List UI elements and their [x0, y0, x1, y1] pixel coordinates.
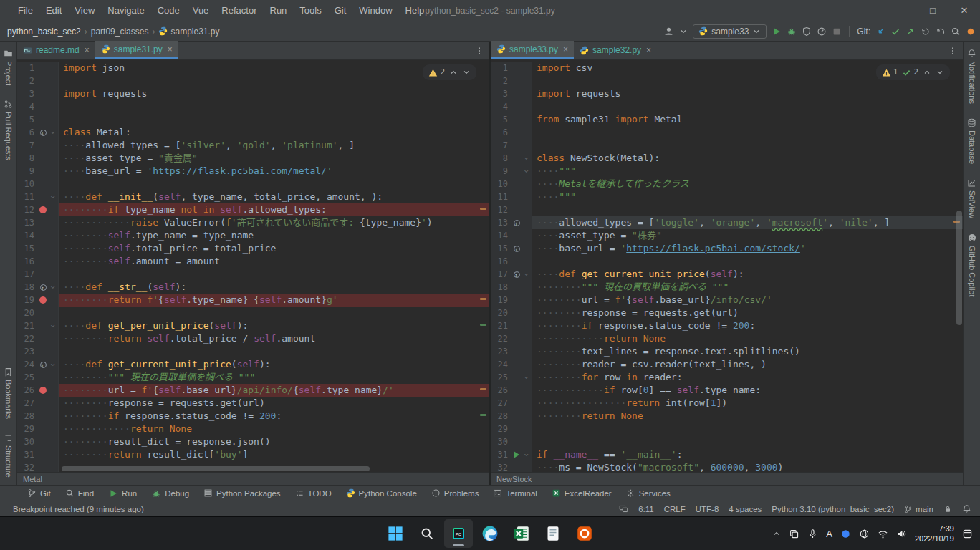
code-line[interactable]: 17›····def get_current_unit_price(self): — [491, 268, 963, 281]
editor-gutter[interactable]: 2 — [491, 74, 532, 87]
line-number[interactable]: 16 — [491, 255, 511, 268]
editor-gutter[interactable]: 32 — [491, 461, 532, 472]
code-line[interactable]: 8›class NewStock(Metal): — [491, 152, 963, 165]
code-text[interactable]: ········if response.status_code != 200: — [59, 410, 489, 423]
editor-gutter[interactable]: 18› — [17, 281, 59, 294]
line-number[interactable]: 27 — [491, 397, 511, 410]
code-line[interactable]: 13············raise ValueError(f'許可されていな… — [17, 216, 489, 229]
status-item-6-11[interactable]: 6:11 — [638, 505, 654, 513]
toolwindow-structure[interactable]: Structure — [4, 426, 13, 485]
tray-ime-indicator[interactable]: A — [826, 529, 832, 539]
code-line[interactable]: 24········reader = csv.reader(text_lines… — [491, 358, 963, 371]
inspection-widget[interactable]: 2 — [423, 64, 476, 80]
code-line[interactable]: 12 — [491, 203, 963, 216]
fold-arrow-icon[interactable]: › — [47, 194, 59, 199]
code-line[interactable]: 22············return None — [491, 332, 963, 345]
code-text[interactable]: ········url = f'{self.base_url}/info/csv… — [532, 294, 963, 307]
code-text[interactable]: ········""" 現在の買取単価を調べる """ — [59, 371, 489, 384]
coverage-button[interactable] — [802, 26, 812, 37]
status-item-utf-8[interactable]: UTF-8 — [696, 505, 719, 513]
code-text[interactable]: ····def get_current_unit_price(self): — [532, 268, 963, 281]
code-text[interactable] — [59, 307, 489, 319]
search-everywhere-button[interactable] — [951, 26, 961, 37]
toolwindow-button-services[interactable]: Services — [620, 488, 676, 498]
editor-gutter[interactable]: 31 — [17, 448, 59, 461]
code-text[interactable]: ····""" — [532, 190, 963, 203]
code-line[interactable]: 12········if type_name not in self.allow… — [17, 203, 489, 216]
code-text[interactable]: ········result_dict = response.json() — [59, 435, 489, 448]
fold-arrow-icon[interactable]: › — [47, 362, 59, 367]
code-line[interactable]: 2 — [17, 74, 489, 87]
line-number[interactable]: 2 — [17, 74, 37, 87]
code-line[interactable]: 9····base_url = 'https://flask.pc5bai.co… — [17, 165, 489, 178]
line-number[interactable]: 24 — [491, 358, 511, 371]
code-line[interactable]: 26············if row[0] == self.type_nam… — [491, 384, 963, 397]
code-line[interactable]: 10····Metalを継承して作ったクラス — [491, 178, 963, 190]
breakpoint-icon[interactable] — [37, 296, 49, 304]
tab-options-kebab-icon[interactable] — [943, 42, 963, 59]
git-commit-button[interactable] — [890, 26, 900, 37]
code-line[interactable]: 22········return self.total_price / self… — [17, 332, 489, 345]
editor-gutter[interactable]: 1 — [17, 62, 59, 74]
menu-file[interactable]: File — [11, 2, 39, 19]
toolwindow-button-python-packages[interactable]: Python Packages — [198, 488, 287, 498]
line-number[interactable]: 12 — [491, 203, 511, 216]
editor-gutter[interactable]: 26 — [17, 384, 59, 397]
code-text[interactable]: ········text_lines = response.text.split… — [532, 345, 963, 358]
editor-gutter[interactable]: 10 — [491, 178, 532, 190]
code-text[interactable]: ············raise ValueError(f'許可されていない商… — [59, 216, 489, 229]
line-number[interactable]: 23 — [491, 345, 511, 358]
line-number[interactable]: 3 — [491, 87, 511, 100]
line-number[interactable]: 4 — [491, 100, 511, 113]
line-number[interactable]: 26 — [491, 384, 511, 397]
fold-arrow-icon[interactable]: › — [47, 284, 59, 289]
toolwindow-database[interactable]: Database — [967, 111, 976, 171]
code-line[interactable]: 3import requests — [17, 87, 489, 100]
code-line[interactable]: 29 — [491, 423, 963, 435]
toolwindow-button-run[interactable]: Run — [102, 488, 143, 499]
code-line[interactable]: 30········result_dict = response.json() — [17, 435, 489, 448]
code-text[interactable]: ····base_url = 'https://flask.pc5bai.com… — [532, 242, 963, 255]
editor-gutter[interactable]: 17 — [17, 268, 59, 281]
code-text[interactable]: class Metal: — [59, 126, 489, 139]
editor-gutter[interactable]: 7 — [491, 139, 532, 152]
menu-refactor[interactable]: Refactor — [215, 2, 263, 19]
line-number[interactable]: 10 — [491, 178, 511, 190]
editor-gutter[interactable]: 21 — [491, 319, 532, 332]
fold-arrow-icon[interactable]: › — [520, 168, 533, 173]
code-line[interactable]: 20 — [17, 307, 489, 319]
line-number[interactable]: 17 — [491, 268, 511, 281]
code-line[interactable]: 23 — [17, 345, 489, 358]
status-item[interactable] — [962, 504, 971, 513]
line-number[interactable]: 1 — [17, 62, 37, 74]
code-text[interactable]: ············return None — [59, 423, 489, 435]
code-text[interactable] — [532, 255, 963, 268]
fold-region[interactable]: › — [522, 268, 531, 281]
code-text[interactable]: ········self.type_name = type_name — [59, 229, 489, 242]
menu-edit[interactable]: Edit — [39, 2, 68, 19]
status-item-main[interactable]: main — [904, 505, 933, 513]
line-number[interactable]: 21 — [17, 319, 37, 332]
fold-region[interactable]: › — [49, 281, 57, 294]
line-number[interactable]: 12 — [17, 203, 37, 216]
taskbar-notepad-app[interactable] — [539, 519, 567, 548]
code-text[interactable]: if __name__ == '__main__': — [532, 448, 963, 461]
code-text[interactable]: import requests — [532, 87, 963, 100]
editor-gutter[interactable]: 19 — [491, 294, 532, 307]
tray-mic-icon[interactable] — [807, 529, 818, 539]
editor-gutter[interactable]: 16 — [491, 255, 532, 268]
line-number[interactable]: 22 — [491, 332, 511, 345]
editor-gutter[interactable]: 11› — [17, 190, 59, 203]
taskbar-search-button[interactable] — [413, 519, 441, 548]
line-number[interactable]: 7 — [491, 139, 511, 152]
fold-arrow-icon[interactable]: › — [520, 271, 533, 276]
tray-wifi-icon[interactable] — [878, 529, 888, 539]
code-text[interactable]: ········return f'{self.type_name} {self.… — [59, 294, 489, 307]
code-text[interactable] — [532, 126, 963, 139]
editor-gutter[interactable]: 12 — [491, 203, 532, 216]
code-line[interactable]: 6›class Metal: — [17, 126, 489, 139]
code-text[interactable]: ········return self.total_price / self.a… — [59, 332, 489, 345]
line-number[interactable]: 8 — [491, 152, 511, 165]
code-line[interactable]: 20········response = requests.get(url) — [491, 307, 963, 319]
toolwindow-github-copilot[interactable]: GitHub Copilot — [967, 226, 977, 304]
